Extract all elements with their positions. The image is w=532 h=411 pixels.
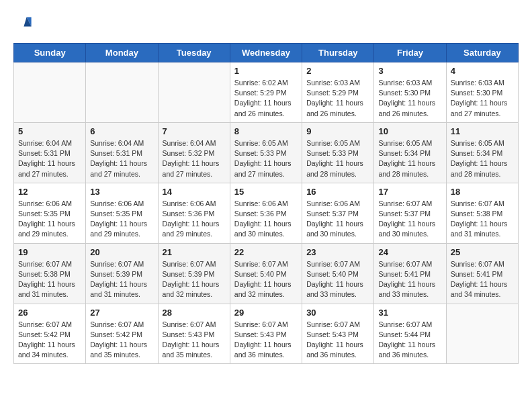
day-number: 21 xyxy=(163,247,226,257)
day-info: Sunrise: 6:06 AM Sunset: 5:37 PM Dayligh… xyxy=(306,199,369,240)
week-row-1: 1Sunrise: 6:02 AM Sunset: 5:29 PM Daylig… xyxy=(14,62,519,123)
day-cell: 3Sunrise: 6:03 AM Sunset: 5:30 PM Daylig… xyxy=(374,62,446,123)
day-number: 18 xyxy=(451,187,514,197)
day-cell: 26Sunrise: 6:07 AM Sunset: 5:42 PM Dayli… xyxy=(14,304,86,364)
week-row-2: 5Sunrise: 6:04 AM Sunset: 5:31 PM Daylig… xyxy=(14,122,519,183)
day-cell: 12Sunrise: 6:06 AM Sunset: 5:35 PM Dayli… xyxy=(14,183,86,243)
day-cell: 24Sunrise: 6:07 AM Sunset: 5:41 PM Dayli… xyxy=(374,243,446,304)
day-number: 25 xyxy=(451,247,514,257)
header-cell-friday: Friday xyxy=(374,44,446,62)
day-cell: 17Sunrise: 6:07 AM Sunset: 5:37 PM Dayli… xyxy=(374,183,446,243)
day-number: 7 xyxy=(163,126,226,136)
day-cell: 10Sunrise: 6:05 AM Sunset: 5:34 PM Dayli… xyxy=(374,122,446,183)
day-info: Sunrise: 6:04 AM Sunset: 5:31 PM Dayligh… xyxy=(90,138,153,179)
day-info: Sunrise: 6:07 AM Sunset: 5:44 PM Dayligh… xyxy=(378,320,441,361)
day-number: 12 xyxy=(18,187,81,197)
header-cell-monday: Monday xyxy=(86,44,158,62)
day-cell: 1Sunrise: 6:02 AM Sunset: 5:29 PM Daylig… xyxy=(230,62,302,123)
day-number: 3 xyxy=(378,66,441,76)
day-info: Sunrise: 6:03 AM Sunset: 5:29 PM Dayligh… xyxy=(306,78,369,119)
day-info: Sunrise: 6:07 AM Sunset: 5:41 PM Dayligh… xyxy=(451,259,514,300)
day-number: 23 xyxy=(306,247,369,257)
day-info: Sunrise: 6:07 AM Sunset: 5:43 PM Dayligh… xyxy=(234,320,298,361)
day-info: Sunrise: 6:05 AM Sunset: 5:34 PM Dayligh… xyxy=(451,138,514,179)
day-info: Sunrise: 6:05 AM Sunset: 5:34 PM Dayligh… xyxy=(378,138,441,179)
calendar-header: SundayMondayTuesdayWednesdayThursdayFrid… xyxy=(14,44,519,62)
week-row-3: 12Sunrise: 6:06 AM Sunset: 5:35 PM Dayli… xyxy=(14,183,519,243)
day-info: Sunrise: 6:07 AM Sunset: 5:37 PM Dayligh… xyxy=(378,199,441,240)
day-number: 19 xyxy=(18,247,81,257)
day-cell: 23Sunrise: 6:07 AM Sunset: 5:40 PM Dayli… xyxy=(302,243,374,304)
day-cell: 7Sunrise: 6:04 AM Sunset: 5:32 PM Daylig… xyxy=(158,122,230,183)
day-number: 5 xyxy=(18,126,81,136)
day-info: Sunrise: 6:07 AM Sunset: 5:38 PM Dayligh… xyxy=(18,259,81,300)
day-cell: 6Sunrise: 6:04 AM Sunset: 5:31 PM Daylig… xyxy=(86,122,158,183)
day-number: 24 xyxy=(378,247,441,257)
day-cell: 5Sunrise: 6:04 AM Sunset: 5:31 PM Daylig… xyxy=(14,122,86,183)
day-cell: 14Sunrise: 6:06 AM Sunset: 5:36 PM Dayli… xyxy=(158,183,230,243)
calendar-body: 1Sunrise: 6:02 AM Sunset: 5:29 PM Daylig… xyxy=(14,62,519,364)
day-number: 6 xyxy=(90,126,153,136)
day-info: Sunrise: 6:07 AM Sunset: 5:40 PM Dayligh… xyxy=(234,259,298,300)
day-number: 22 xyxy=(234,247,298,257)
week-row-4: 19Sunrise: 6:07 AM Sunset: 5:38 PM Dayli… xyxy=(14,243,519,304)
day-cell xyxy=(158,62,230,123)
day-number: 4 xyxy=(451,66,514,76)
day-cell: 15Sunrise: 6:06 AM Sunset: 5:36 PM Dayli… xyxy=(230,183,302,243)
day-cell: 30Sunrise: 6:07 AM Sunset: 5:43 PM Dayli… xyxy=(302,304,374,364)
day-cell xyxy=(14,62,86,123)
day-cell: 18Sunrise: 6:07 AM Sunset: 5:38 PM Dayli… xyxy=(446,183,518,243)
day-info: Sunrise: 6:07 AM Sunset: 5:39 PM Dayligh… xyxy=(90,259,153,300)
logo-icon xyxy=(13,13,32,32)
day-info: Sunrise: 6:07 AM Sunset: 5:43 PM Dayligh… xyxy=(163,320,226,361)
day-number: 17 xyxy=(378,187,441,197)
week-row-5: 26Sunrise: 6:07 AM Sunset: 5:42 PM Dayli… xyxy=(14,304,519,364)
day-number: 28 xyxy=(163,308,226,318)
day-number: 14 xyxy=(163,187,226,197)
day-info: Sunrise: 6:07 AM Sunset: 5:43 PM Dayligh… xyxy=(306,320,369,361)
day-number: 29 xyxy=(234,308,298,318)
logo xyxy=(13,13,36,32)
header-cell-wednesday: Wednesday xyxy=(230,44,302,62)
day-number: 30 xyxy=(306,308,369,318)
day-cell xyxy=(86,62,158,123)
day-info: Sunrise: 6:05 AM Sunset: 5:33 PM Dayligh… xyxy=(306,138,369,179)
day-info: Sunrise: 6:06 AM Sunset: 5:35 PM Dayligh… xyxy=(18,199,81,240)
day-cell: 11Sunrise: 6:05 AM Sunset: 5:34 PM Dayli… xyxy=(446,122,518,183)
day-info: Sunrise: 6:07 AM Sunset: 5:42 PM Dayligh… xyxy=(18,320,81,361)
day-cell: 28Sunrise: 6:07 AM Sunset: 5:43 PM Dayli… xyxy=(158,304,230,364)
day-cell: 31Sunrise: 6:07 AM Sunset: 5:44 PM Dayli… xyxy=(374,304,446,364)
day-number: 20 xyxy=(90,247,153,257)
day-cell: 13Sunrise: 6:06 AM Sunset: 5:35 PM Dayli… xyxy=(86,183,158,243)
day-number: 8 xyxy=(234,126,298,136)
day-cell: 16Sunrise: 6:06 AM Sunset: 5:37 PM Dayli… xyxy=(302,183,374,243)
day-cell: 19Sunrise: 6:07 AM Sunset: 5:38 PM Dayli… xyxy=(14,243,86,304)
calendar-table: SundayMondayTuesdayWednesdayThursdayFrid… xyxy=(13,43,519,364)
day-number: 9 xyxy=(306,126,369,136)
day-cell xyxy=(446,304,518,364)
header-cell-sunday: Sunday xyxy=(14,44,86,62)
header-cell-tuesday: Tuesday xyxy=(158,44,230,62)
day-number: 31 xyxy=(378,308,441,318)
day-info: Sunrise: 6:07 AM Sunset: 5:39 PM Dayligh… xyxy=(163,259,226,300)
header-cell-thursday: Thursday xyxy=(302,44,374,62)
day-info: Sunrise: 6:07 AM Sunset: 5:42 PM Dayligh… xyxy=(90,320,153,361)
day-cell: 2Sunrise: 6:03 AM Sunset: 5:29 PM Daylig… xyxy=(302,62,374,123)
day-info: Sunrise: 6:03 AM Sunset: 5:30 PM Dayligh… xyxy=(378,78,441,119)
day-info: Sunrise: 6:02 AM Sunset: 5:29 PM Dayligh… xyxy=(234,78,298,119)
day-info: Sunrise: 6:03 AM Sunset: 5:30 PM Dayligh… xyxy=(451,78,514,119)
day-cell: 21Sunrise: 6:07 AM Sunset: 5:39 PM Dayli… xyxy=(158,243,230,304)
day-info: Sunrise: 6:04 AM Sunset: 5:32 PM Dayligh… xyxy=(163,138,226,179)
day-info: Sunrise: 6:06 AM Sunset: 5:36 PM Dayligh… xyxy=(234,199,298,240)
day-cell: 4Sunrise: 6:03 AM Sunset: 5:30 PM Daylig… xyxy=(446,62,518,123)
day-cell: 9Sunrise: 6:05 AM Sunset: 5:33 PM Daylig… xyxy=(302,122,374,183)
day-info: Sunrise: 6:04 AM Sunset: 5:31 PM Dayligh… xyxy=(18,138,81,179)
day-info: Sunrise: 6:06 AM Sunset: 5:36 PM Dayligh… xyxy=(163,199,226,240)
day-cell: 20Sunrise: 6:07 AM Sunset: 5:39 PM Dayli… xyxy=(86,243,158,304)
day-cell: 29Sunrise: 6:07 AM Sunset: 5:43 PM Dayli… xyxy=(230,304,302,364)
day-cell: 8Sunrise: 6:05 AM Sunset: 5:33 PM Daylig… xyxy=(230,122,302,183)
day-cell: 25Sunrise: 6:07 AM Sunset: 5:41 PM Dayli… xyxy=(446,243,518,304)
header-cell-saturday: Saturday xyxy=(446,44,518,62)
day-number: 2 xyxy=(306,66,369,76)
day-number: 27 xyxy=(90,308,153,318)
